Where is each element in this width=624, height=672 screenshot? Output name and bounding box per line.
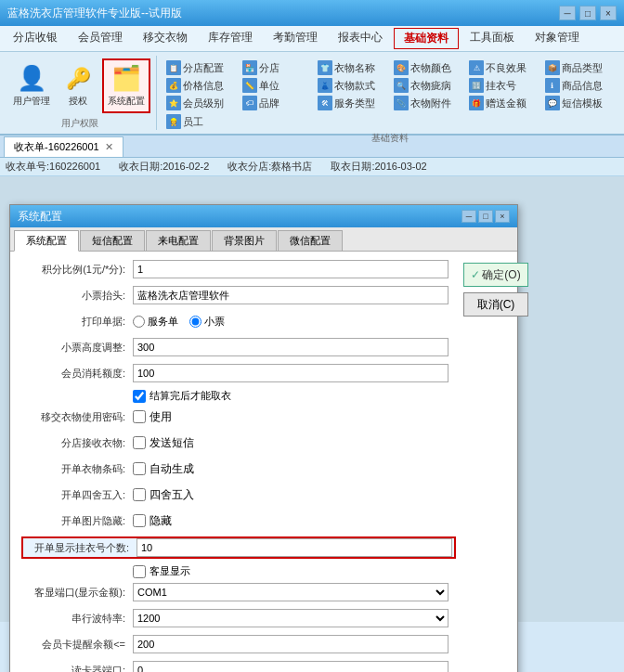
radio-service[interactable]: 服务单 bbox=[133, 315, 178, 329]
ribbon-tool-usermgr[interactable]: 👤 用户管理 bbox=[9, 62, 54, 110]
label-quota: 会员消耗额度: bbox=[21, 367, 133, 381]
input-vip-remind[interactable] bbox=[133, 635, 448, 653]
cancel-button[interactable]: 取消(C) bbox=[463, 292, 528, 317]
unit-icon: 📏 bbox=[242, 78, 257, 93]
radio-service-label: 服务单 bbox=[148, 315, 178, 329]
form-row-display-port: 客显端口(显示金额): COM1 COM2 COM3 bbox=[21, 582, 456, 602]
dialog-tab-system[interactable]: 系统配置 bbox=[14, 230, 79, 252]
dialog-minimize-btn[interactable]: ─ bbox=[462, 210, 476, 223]
menu-yijiao[interactable]: 移交衣物 bbox=[134, 28, 197, 49]
ribbon-tool-sysconfig[interactable]: 🗂️ 系统配置 bbox=[102, 58, 150, 113]
radio-receipt[interactable]: 小票 bbox=[189, 315, 225, 329]
label-transfer-pwd: 移交衣物使用密码: bbox=[21, 410, 133, 424]
menu-kaoqin[interactable]: 考勤管理 bbox=[264, 28, 327, 49]
ribbon-staff[interactable]: 👷员工 bbox=[164, 113, 205, 130]
label-round-cb: 四舍五入 bbox=[150, 487, 194, 503]
form-row-transfer-pwd: 移交衣物使用密码: 使用 bbox=[21, 407, 456, 427]
label-hide-img: 开单图片隐藏: bbox=[21, 514, 133, 528]
label-card-port: 读卡器端口: bbox=[21, 664, 133, 673]
dialog-tab-wechat[interactable]: 微信配置 bbox=[278, 230, 343, 251]
input-card-port[interactable] bbox=[133, 661, 448, 672]
menu-fendian[interactable]: 分店收银 bbox=[4, 28, 67, 49]
input-quota[interactable] bbox=[133, 364, 448, 382]
ribbon-hang-num[interactable]: 🔢挂衣号 bbox=[467, 77, 540, 94]
goods-info-icon: ℹ bbox=[545, 78, 560, 93]
label-baud: 串行波特率: bbox=[21, 612, 133, 626]
ribbon-bad-effect[interactable]: ⚠不良效果 bbox=[467, 59, 540, 76]
ribbon-yiwu-attach[interactable]: 📎衣物附件 bbox=[392, 95, 464, 111]
dialog-close-btn[interactable]: × bbox=[495, 210, 510, 223]
close-button[interactable]: × bbox=[600, 6, 617, 20]
ribbon-sms-tpl[interactable]: 💬短信模板 bbox=[543, 95, 616, 111]
ribbon-goods-info[interactable]: ℹ商品信息 bbox=[543, 77, 616, 94]
menu-jichu[interactable]: 基础资料 bbox=[394, 28, 459, 49]
ribbon-brand[interactable]: 🏷品牌 bbox=[240, 95, 313, 111]
select-display-port[interactable]: COM1 COM2 COM3 bbox=[133, 583, 448, 601]
staff-icon: 👷 bbox=[166, 114, 181, 129]
ribbon-yiwu-name[interactable]: 👕衣物名称 bbox=[316, 59, 388, 76]
menu-kucun[interactable]: 库存管理 bbox=[199, 28, 262, 49]
radio-receipt-label: 小票 bbox=[204, 315, 225, 329]
dialog-tab-bg[interactable]: 背景图片 bbox=[212, 230, 277, 251]
menu-huiyuan[interactable]: 会员管理 bbox=[69, 28, 132, 49]
checkbox-barcode[interactable] bbox=[133, 462, 146, 475]
ribbon-goods-type[interactable]: 📦商品类型 bbox=[543, 59, 616, 76]
radio-service-input[interactable] bbox=[133, 316, 145, 328]
form-row-branch-recv: 分店接收衣物: 发送短信 bbox=[21, 433, 456, 453]
checkbox-transfer-pwd[interactable] bbox=[133, 410, 146, 423]
doc-tab-close-btn[interactable]: ✕ bbox=[105, 141, 113, 153]
menu-duixiang[interactable]: 对象管理 bbox=[526, 28, 589, 49]
select-baud[interactable]: 1200 2400 9600 bbox=[133, 609, 448, 627]
yiwu-name-icon: 👕 bbox=[318, 60, 332, 75]
ok-button[interactable]: ✓ 确定(O) bbox=[463, 263, 528, 287]
menu-baobiao[interactable]: 报表中心 bbox=[329, 28, 392, 49]
price-icon: 💰 bbox=[166, 78, 181, 93]
ribbon-vip-level[interactable]: ⭐会员级别 bbox=[164, 95, 237, 111]
ribbon-yiwu-defect[interactable]: 🔍衣物疵病 bbox=[392, 77, 464, 94]
checkbox-round[interactable] bbox=[133, 488, 146, 501]
radio-receipt-input[interactable] bbox=[189, 316, 202, 328]
ribbon-unit[interactable]: 📏单位 bbox=[240, 77, 313, 94]
input-hang-count[interactable] bbox=[136, 538, 452, 557]
form-row-checkout: 结算完后才能取衣 bbox=[21, 389, 456, 403]
maximize-button[interactable]: □ bbox=[579, 6, 596, 20]
yiwu-attach-icon: 📎 bbox=[394, 96, 409, 110]
ribbon-group-user-title: 用户权限 bbox=[9, 117, 150, 130]
user-mgr-icon: 👤 bbox=[17, 64, 46, 94]
ribbon-group-basic-title: 基础资料 bbox=[164, 132, 615, 145]
brand-icon: 🏷 bbox=[242, 96, 257, 110]
dialog-body: 积分比例(1元/*分): 小票抬头: 打印单据: 服务单 bbox=[10, 252, 517, 672]
system-config-dialog: 系统配置 ─ □ × 系统配置 短信配置 来电配置 背景图片 微信配置 积分比例… bbox=[9, 204, 518, 672]
checkbox-branch-recv[interactable] bbox=[133, 436, 146, 449]
checkbox-hide-img[interactable] bbox=[133, 514, 146, 527]
minimize-button[interactable]: ─ bbox=[559, 6, 576, 20]
checkbox-display-show[interactable] bbox=[133, 565, 146, 578]
input-score[interactable] bbox=[133, 260, 448, 278]
doc-tab-receipt[interactable]: 收衣单-160226001 ✕ bbox=[4, 136, 124, 157]
input-header[interactable] bbox=[133, 286, 448, 304]
ribbon-group-basic: 📋分店配置 🏪分店 👕衣物名称 🎨衣物颜色 ⚠不良效果 📦商品类型 💰价格信息 … bbox=[159, 56, 620, 130]
ribbon-price-info[interactable]: 💰价格信息 bbox=[164, 77, 237, 94]
form-row-round: 开单四舍五入: 四舍五入 bbox=[21, 485, 456, 505]
dialog-tab-bar: 系统配置 短信配置 来电配置 背景图片 微信配置 bbox=[10, 227, 517, 252]
dialog-restore-btn[interactable]: □ bbox=[478, 210, 493, 223]
ok-btn-label: 确定(O) bbox=[482, 267, 520, 283]
menu-gongju[interactable]: 工具面板 bbox=[461, 28, 524, 49]
ribbon-service-type[interactable]: 🛠服务类型 bbox=[316, 95, 388, 111]
ribbon-yiwu-style[interactable]: 👗衣物款式 bbox=[316, 77, 388, 94]
ribbon-gift-amount[interactable]: 🎁赠送金额 bbox=[467, 95, 540, 111]
form-row-print: 打印单据: 服务单 小票 bbox=[21, 311, 456, 331]
dialog-tab-sms[interactable]: 短信配置 bbox=[80, 230, 145, 251]
ribbon-yiwu-color[interactable]: 🎨衣物颜色 bbox=[392, 59, 464, 76]
app-title: 蓝格洗衣店管理软件专业版--试用版 bbox=[7, 6, 182, 21]
dialog-tab-call[interactable]: 来电配置 bbox=[146, 230, 211, 251]
input-height[interactable] bbox=[133, 338, 448, 356]
ribbon-user-tools: 👤 用户管理 🔑 授权 🗂️ 系统配置 bbox=[9, 56, 150, 115]
fendian-config-icon: 📋 bbox=[166, 60, 181, 75]
header-field-4: 取衣日期:2016-03-02 bbox=[331, 160, 426, 174]
ribbon-fendian[interactable]: 🏪分店 bbox=[240, 59, 313, 76]
auth-label: 授权 bbox=[69, 95, 87, 108]
checkbox-checkout[interactable] bbox=[133, 390, 146, 403]
ribbon-tool-auth[interactable]: 🔑 授权 bbox=[58, 62, 98, 110]
ribbon-fendian-config[interactable]: 📋分店配置 bbox=[164, 59, 237, 76]
